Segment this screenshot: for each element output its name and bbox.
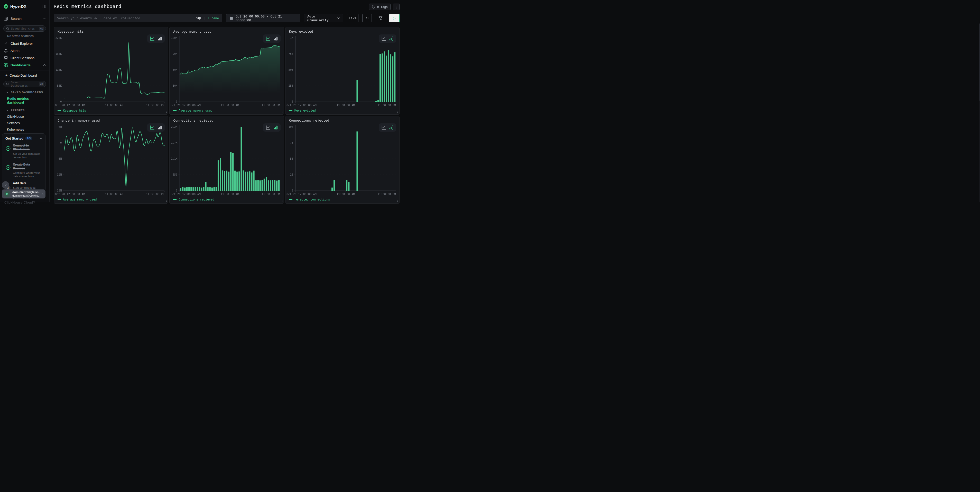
bar-chart-icon[interactable] bbox=[389, 37, 393, 41]
bar-chart-icon[interactable] bbox=[158, 126, 162, 129]
sidebar-item-dashboards[interactable]: Dashboards bbox=[0, 61, 49, 68]
journal-search-icon bbox=[3, 17, 8, 21]
sidebar-preset-clickhouse[interactable]: ClickHouse bbox=[0, 113, 49, 120]
svg-text:-12M: -12M bbox=[56, 173, 62, 176]
cmdk-shortcut: ⌘K bbox=[39, 27, 44, 30]
sidebar-preset-kubernetes[interactable]: Kubernetes bbox=[0, 126, 49, 133]
sidebar-item-chart-explorer[interactable]: Chart Explorer bbox=[0, 40, 49, 47]
sidebar-item-label: Search bbox=[11, 17, 22, 21]
bar-chart-icon[interactable] bbox=[274, 126, 278, 129]
no-saved-searches-text: No saved searches bbox=[0, 32, 49, 40]
svg-text:Oct 20 12:00:00 AM: Oct 20 12:00:00 AM bbox=[286, 193, 317, 196]
svg-text:-6M: -6M bbox=[57, 157, 62, 160]
line-chart-icon[interactable] bbox=[382, 126, 386, 129]
sidebar-collapse-icon[interactable] bbox=[42, 5, 46, 8]
chevron-down-icon bbox=[6, 91, 8, 93]
search-icon bbox=[6, 27, 9, 30]
line-chart-icon[interactable] bbox=[266, 126, 270, 129]
svg-text:220K: 220K bbox=[56, 36, 62, 39]
event-search-input[interactable]: Search your events w/ Lucene ex. column:… bbox=[54, 14, 222, 22]
dashboard-grid-icon bbox=[3, 63, 8, 67]
svg-text:6M: 6M bbox=[59, 125, 62, 128]
presets-section-toggle[interactable]: PRESETS bbox=[0, 107, 49, 113]
svg-text:750: 750 bbox=[288, 52, 293, 55]
resize-handle-icon[interactable] bbox=[396, 201, 398, 202]
sidebar-item-search[interactable]: Search bbox=[0, 15, 49, 22]
svg-text:110K: 110K bbox=[56, 68, 62, 71]
chart-legend: Keyspace hits bbox=[57, 109, 86, 112]
step-title: Add Data bbox=[13, 182, 38, 185]
svg-text:11:30:00 PM: 11:30:00 PM bbox=[146, 103, 164, 107]
search-placeholder: Search your events w/ Lucene ex. column:… bbox=[57, 16, 140, 20]
sidebar-item-client-sessions[interactable]: Client Sessions bbox=[0, 54, 49, 61]
sidebar-preset-services[interactable]: Services bbox=[0, 120, 49, 126]
tags-button[interactable]: 0 Tags bbox=[369, 3, 391, 10]
legend-swatch bbox=[289, 110, 293, 111]
svg-text:120M: 120M bbox=[171, 36, 178, 39]
svg-text:1.7K: 1.7K bbox=[171, 141, 178, 144]
date-range-value: Oct 20 00:00:00 - Oct 21 00:00:00 bbox=[235, 14, 297, 22]
granularity-select[interactable]: Auto Granularity bbox=[304, 14, 343, 22]
chart-legend: Average memory used bbox=[173, 109, 213, 112]
saved-dashboards-input[interactable]: Saved Dashboards ⌘K bbox=[3, 81, 46, 87]
sql-mode-toggle[interactable]: SQL bbox=[196, 16, 202, 20]
step-desc: Configure where your data comes from bbox=[13, 171, 42, 178]
mode-separator: | bbox=[204, 16, 205, 20]
refresh-icon: ↻ bbox=[365, 16, 369, 20]
section-header: PRESETS bbox=[11, 109, 25, 112]
live-button[interactable]: Live bbox=[347, 14, 358, 22]
svg-text:11:30:00 PM: 11:30:00 PM bbox=[146, 193, 164, 196]
run-query-button[interactable]: ▷ bbox=[389, 14, 399, 22]
svg-text:Oct 20 12:00:00 AM: Oct 20 12:00:00 AM bbox=[170, 193, 200, 196]
create-dashboard-button[interactable]: + Create Dashboard bbox=[0, 72, 49, 79]
chart-title: Keyspace hits bbox=[57, 30, 84, 33]
sidebar-item-alerts[interactable]: Alerts bbox=[0, 47, 49, 54]
svg-text:11:30:00 PM: 11:30:00 PM bbox=[377, 193, 396, 196]
svg-text:0: 0 bbox=[292, 100, 293, 103]
bar-chart-icon[interactable] bbox=[274, 37, 278, 41]
hyperdx-logo-icon bbox=[3, 4, 8, 9]
saved-dashboards-section-toggle[interactable]: SAVED DASHBOARDS bbox=[0, 89, 49, 96]
main-content: Redis metrics dashboard 0 Tags ⋮ Search … bbox=[49, 0, 403, 202]
svg-text:55K: 55K bbox=[57, 84, 62, 87]
line-chart-icon[interactable] bbox=[150, 37, 154, 41]
get-started-title: Get Started bbox=[5, 137, 23, 140]
svg-text:11:00:00 AM: 11:00:00 AM bbox=[336, 193, 355, 196]
chart-title: Connections recieved bbox=[173, 118, 213, 123]
line-chart-icon[interactable] bbox=[266, 37, 270, 41]
more-menu-button[interactable]: ⋮ bbox=[393, 3, 399, 10]
get-started-step-sources[interactable]: Create Data Sources Configure where your… bbox=[5, 163, 42, 178]
resize-handle-icon[interactable] bbox=[281, 111, 282, 113]
chevron-up-icon[interactable] bbox=[40, 138, 42, 139]
filter-edit-button[interactable] bbox=[375, 14, 385, 22]
resize-handle-icon[interactable] bbox=[396, 111, 398, 113]
lucene-mode-toggle[interactable]: Lucene bbox=[208, 16, 219, 20]
bar-chart-icon[interactable] bbox=[158, 37, 162, 41]
chart-title: Connections rejected bbox=[289, 118, 329, 123]
chart-panel-keys-evicted: 02505007501KOct 20 12:00:00 AM11:00:00 A… bbox=[285, 27, 399, 115]
help-button[interactable]: ? bbox=[2, 181, 9, 189]
line-chart-icon[interactable] bbox=[382, 37, 386, 41]
date-range-picker[interactable]: Oct 20 00:00:00 - Oct 21 00:00:00 bbox=[226, 14, 300, 22]
chart-type-toggle bbox=[379, 123, 396, 132]
chevron-up-icon bbox=[43, 18, 46, 19]
legend-swatch bbox=[57, 110, 61, 111]
svg-text:11:00:00 AM: 11:00:00 AM bbox=[105, 103, 124, 107]
resize-handle-icon[interactable] bbox=[165, 111, 167, 113]
saved-searches-input[interactable]: Saved Searches ⌘K bbox=[3, 25, 46, 32]
user-profile-button[interactable]: D dominic.tran@clic... dominic.tran@clic… bbox=[2, 189, 46, 199]
chevron-down-icon bbox=[6, 110, 8, 111]
line-chart-icon[interactable] bbox=[150, 126, 154, 129]
sidebar-dashboard-redis[interactable]: Redis metrics dashboard bbox=[0, 96, 49, 106]
svg-text:100: 100 bbox=[288, 125, 293, 128]
refresh-button[interactable]: ↻ bbox=[362, 14, 372, 22]
resize-handle-icon[interactable] bbox=[165, 201, 167, 202]
bar-chart-icon[interactable] bbox=[389, 126, 393, 129]
sidebar-item-label: Alerts bbox=[11, 49, 19, 53]
svg-text:Oct 20 12:00:00 AM: Oct 20 12:00:00 AM bbox=[55, 193, 85, 196]
chart-title: Average memory used bbox=[173, 30, 212, 33]
tags-label: 0 Tags bbox=[377, 5, 388, 9]
bell-icon bbox=[3, 49, 8, 53]
get-started-step-connect[interactable]: Connect to ClickHouse Set up your databa… bbox=[5, 144, 42, 159]
resize-handle-icon[interactable] bbox=[281, 201, 282, 202]
